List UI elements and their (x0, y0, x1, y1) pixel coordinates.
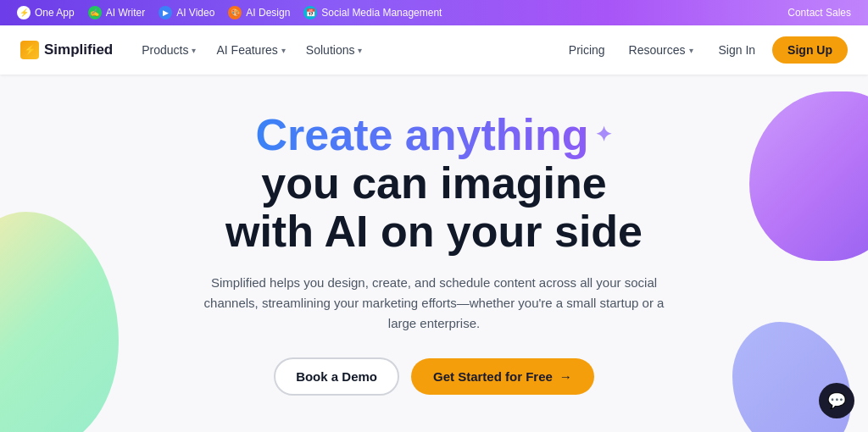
hero-subtitle: Simplified helps you design, create, and… (197, 273, 671, 334)
hero-title-gradient: Create anything (256, 111, 589, 159)
top-bar: ⚡ One App ✍ AI Writer ▶ AI Video 🎨 AI De… (0, 0, 868, 25)
ai-design-label: AI Design (246, 7, 290, 19)
top-bar-ai-video[interactable]: ▶ AI Video (159, 6, 214, 19)
nav-ai-features[interactable]: AI Features ▾ (208, 38, 293, 62)
social-label: Social Media Management (321, 7, 442, 19)
book-demo-button[interactable]: Book a Demo (274, 357, 399, 396)
top-bar-nav: ⚡ One App ✍ AI Writer ▶ AI Video 🎨 AI De… (17, 6, 442, 19)
arrow-icon: → (559, 369, 572, 384)
contact-sales-button[interactable]: Contact Sales (787, 7, 851, 19)
ai-video-icon: ▶ (159, 6, 172, 19)
nav-pricing-label: Pricing (569, 43, 605, 57)
hero-title-line2: you can imagine (197, 159, 671, 208)
sign-up-button[interactable]: Sign Up (772, 36, 848, 64)
nav-pricing[interactable]: Pricing (560, 38, 614, 62)
nav-products[interactable]: Products ▾ (133, 38, 204, 62)
top-bar-one-app[interactable]: ⚡ One App (17, 6, 75, 19)
ai-video-label: AI Video (176, 7, 214, 19)
hero-title-line1: Create anything ✦ (197, 111, 671, 159)
nav-right: Pricing Resources ▾ Sign In Sign Up (560, 36, 848, 64)
nav-solutions-label: Solutions (306, 43, 355, 57)
nav-left: Products ▾ AI Features ▾ Solutions ▾ (133, 38, 560, 62)
logo[interactable]: ⚡ Simplified (20, 41, 113, 59)
logo-icon: ⚡ (20, 41, 39, 59)
sign-in-button[interactable]: Sign In (709, 38, 766, 62)
ai-writer-icon: ✍ (88, 6, 102, 19)
nav-products-label: Products (142, 43, 188, 57)
ai-writer-label: AI Writer (106, 7, 145, 19)
chevron-down-icon: ▾ (192, 46, 196, 55)
hero-title-line3: with AI on your side (197, 208, 671, 256)
chevron-down-icon: ▾ (281, 46, 286, 55)
get-started-button[interactable]: Get Started for Free → (411, 358, 594, 395)
logo-text: Simplified (44, 42, 113, 58)
nav-ai-features-label: AI Features (216, 43, 277, 57)
ai-design-icon: 🎨 (228, 6, 242, 19)
chevron-down-icon: ▾ (358, 46, 362, 55)
get-started-label: Get Started for Free (433, 369, 553, 384)
navbar: ⚡ Simplified Products ▾ AI Features ▾ So… (0, 25, 868, 75)
nav-solutions[interactable]: Solutions ▾ (298, 38, 371, 62)
nav-resources-label: Resources (629, 43, 686, 57)
social-icon: 📅 (303, 6, 317, 19)
chat-bubble-button[interactable]: 💬 (819, 383, 854, 418)
sparkle-icon: ✦ (595, 124, 612, 146)
hero-buttons: Book a Demo Get Started for Free → (197, 357, 671, 396)
chat-icon: 💬 (827, 391, 846, 410)
top-bar-ai-writer[interactable]: ✍ AI Writer (88, 6, 145, 19)
hero-content: Create anything ✦ you can imagine with A… (197, 111, 671, 396)
hero-section: Create anything ✦ you can imagine with A… (0, 75, 868, 432)
nav-resources[interactable]: Resources ▾ (620, 38, 702, 62)
chevron-down-icon: ▾ (689, 46, 693, 55)
one-app-label: One App (35, 7, 75, 19)
one-app-icon: ⚡ (17, 6, 31, 19)
top-bar-ai-design[interactable]: 🎨 AI Design (228, 6, 290, 19)
blob-left (0, 212, 119, 432)
top-bar-social[interactable]: 📅 Social Media Management (303, 6, 442, 19)
blob-right-top (749, 91, 868, 261)
